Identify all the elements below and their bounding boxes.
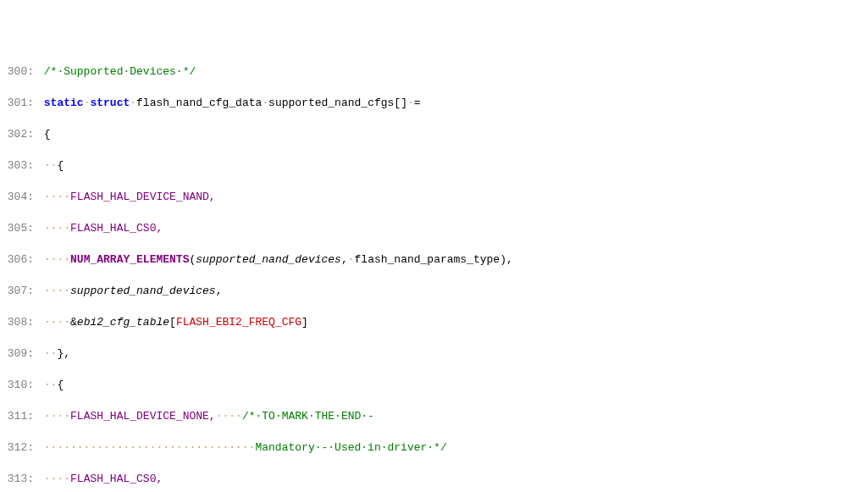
code-line: 300: /*·Supported·Devices·*/	[0, 64, 868, 80]
line-number: 306:	[0, 252, 37, 268]
code-line: 304: ····FLASH_HAL_DEVICE_NAND,	[0, 190, 868, 206]
line-number: 309:	[0, 346, 37, 362]
code-content: ····&ebi2_cfg_table[FLASH_EBI2_FREQ_CFG]	[37, 315, 868, 331]
code-line: 302: {	[0, 127, 868, 143]
code-line: 312: ································Man…	[0, 440, 868, 456]
code-line: 311: ····FLASH_HAL_DEVICE_NONE,····/*·TO…	[0, 409, 868, 425]
line-number: 312:	[0, 440, 37, 456]
line-number: 303:	[0, 158, 37, 174]
code-line: 313: ····FLASH_HAL_CS0,	[0, 472, 868, 488]
code-line: 306: ····NUM_ARRAY_ELEMENTS(supported_na…	[0, 252, 868, 268]
code-content: ····FLASH_HAL_DEVICE_NAND,	[37, 190, 868, 206]
line-number: 308:	[0, 315, 37, 331]
code-content: ····supported_nand_devices,	[37, 284, 868, 300]
code-content: {	[37, 127, 868, 143]
code-content: /*·Supported·Devices·*/	[37, 64, 868, 80]
line-number: 311:	[0, 409, 37, 425]
code-content: ··{	[37, 378, 868, 394]
code-content: static·struct·flash_nand_cfg_data·suppor…	[37, 96, 868, 112]
code-line: 303: ··{	[0, 158, 868, 174]
line-number: 301:	[0, 96, 37, 112]
code-content: ··{	[37, 158, 868, 174]
code-content: ··},	[37, 346, 868, 362]
code-content: ································Mandator…	[37, 440, 868, 456]
code-line: 308: ····&ebi2_cfg_table[FLASH_EBI2_FREQ…	[0, 315, 868, 331]
line-number: 300:	[0, 64, 37, 80]
line-number: 302:	[0, 127, 37, 143]
line-number: 313:	[0, 472, 37, 488]
code-line: 307: ····supported_nand_devices,	[0, 284, 868, 300]
line-number: 304:	[0, 190, 37, 206]
line-number: 305:	[0, 221, 37, 237]
code-line: 309: ··},	[0, 346, 868, 362]
code-line: 305: ····FLASH_HAL_CS0,	[0, 221, 868, 237]
code-content: ····FLASH_HAL_CS0,	[37, 472, 868, 488]
code-line: 310: ··{	[0, 378, 868, 394]
line-number: 307:	[0, 284, 37, 300]
code-line: 301: static·struct·flash_nand_cfg_data·s…	[0, 96, 868, 112]
line-number: 310:	[0, 378, 37, 394]
code-content: ····FLASH_HAL_CS0,	[37, 221, 868, 237]
code-content: ····FLASH_HAL_DEVICE_NONE,····/*·TO·MARK…	[37, 409, 868, 425]
code-content: ····NUM_ARRAY_ELEMENTS(supported_nand_de…	[37, 252, 868, 268]
